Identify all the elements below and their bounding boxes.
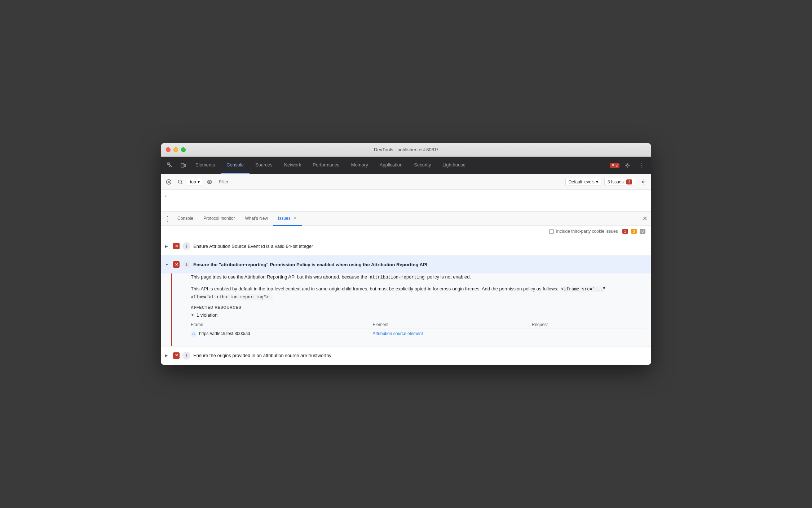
col-element: Element (372, 321, 531, 329)
tab-console[interactable]: Console (221, 157, 250, 174)
error-icon-1: ✕ (173, 243, 180, 249)
tab-security[interactable]: Security (408, 157, 437, 174)
count-badge-2: 1 (182, 260, 190, 268)
svg-rect-2 (184, 164, 186, 167)
svg-rect-1 (181, 164, 184, 167)
tab-whats-new[interactable]: What's New (240, 211, 273, 226)
fullscreen-button[interactable] (181, 147, 186, 152)
violation-arrow: ▼ (191, 313, 194, 317)
tab-network[interactable]: Network (278, 157, 307, 174)
error-badge: 3 (622, 229, 628, 234)
context-selector[interactable]: top ▾ (187, 178, 203, 186)
error-icon-3: ✕ (173, 352, 180, 359)
issues-options-bar: Include third-party cookie issues 3 0 0 (161, 226, 651, 237)
request-cell (532, 329, 645, 339)
issue-row-2: ▼ ✕ 1 Ensure the "attribution-reporting"… (161, 255, 651, 347)
tab-performance[interactable]: Performance (307, 157, 345, 174)
issues-error-badge: 3 (626, 179, 632, 184)
col-frame: Frame (191, 321, 372, 329)
filter-icon[interactable] (175, 177, 185, 187)
expand-arrow-2: ▼ (165, 263, 170, 267)
tab-sources[interactable]: Sources (250, 157, 278, 174)
issue-header-3[interactable]: ▶ ✕ 1 Ensure the origins provided in an … (161, 347, 651, 365)
traffic-lights (166, 147, 186, 152)
info-badge: 0 (640, 229, 645, 234)
code-attribution-reporting: attribution-reporting (369, 275, 426, 280)
count-badge-3: 1 (182, 352, 190, 360)
window-title: DevTools - publisher.test:8081/ (374, 147, 438, 152)
issues-panel: Include third-party cookie issues 3 0 0 … (161, 226, 651, 365)
default-levels-button[interactable]: Default levels ▾ (565, 178, 601, 186)
clear-console-icon[interactable] (164, 177, 174, 187)
count-badge-1: 1 (182, 242, 190, 250)
issue-desc-2: This API is enabled by default in the to… (191, 285, 645, 300)
filter-input[interactable] (216, 178, 564, 186)
console-settings-icon[interactable] (638, 177, 648, 187)
resources-table: Frame Element Request ⊙ https://adtech.t… (191, 321, 645, 339)
close-button[interactable] (166, 147, 171, 152)
tab-issues-close[interactable]: ✕ (294, 216, 297, 220)
tab-elements[interactable]: Elements (190, 157, 221, 174)
issue-header-2[interactable]: ▼ ✕ 1 Ensure the "attribution-reporting"… (161, 255, 651, 273)
close-drawer-button[interactable]: ✕ (640, 214, 650, 224)
svg-point-7 (178, 180, 182, 183)
devtools-tabs-bar: Elements Console Sources Network Perform… (161, 157, 651, 174)
titlebar: DevTools - publisher.test:8081/ (161, 143, 651, 157)
error-icon-2: ✕ (173, 261, 180, 268)
info-count: 0 (640, 229, 645, 234)
console-toolbar-right: Default levels ▾ 3 Issues: 3 (565, 177, 648, 187)
violation-header[interactable]: ▼ 1 violation (191, 312, 645, 318)
affected-resources-title: AFFECTED RESOURCES (191, 305, 645, 309)
prompt-arrow: › (165, 193, 167, 198)
element-cell: Attribution source element (372, 329, 531, 339)
svg-point-3 (627, 164, 628, 166)
issue-desc-1: This page tries to use the Attribution R… (191, 273, 645, 281)
issue-title-1: Ensure Attribution Source Event Id is a … (193, 244, 313, 249)
third-party-checkbox-label[interactable]: Include third-party cookie issues (549, 229, 618, 234)
device-toolbar-icon[interactable] (177, 159, 190, 172)
issue-header-1[interactable]: ▶ ✕ 1 Ensure Attribution Source Event Id… (161, 237, 651, 255)
error-count: 3 (622, 229, 628, 234)
table-row: ⊙ https://adtech.test:3000/ad Attributio… (191, 329, 645, 339)
frame-icon: ⊙ (191, 331, 197, 337)
svg-point-9 (209, 181, 210, 183)
issues-badge[interactable]: ✕ 3 (610, 163, 619, 168)
expand-arrow-1: ▶ (165, 244, 170, 248)
dropdown-arrow: ▾ (198, 179, 200, 184)
tabs-right-actions: ✕ 3 ⋮ (610, 159, 648, 172)
devtools-window: DevTools - publisher.test:8081/ Elements… (161, 143, 651, 365)
issue-title-2: Ensure the "attribution-reporting" Permi… (193, 262, 427, 267)
issue-row-3: ▶ ✕ 1 Ensure the origins provided in an … (161, 347, 651, 365)
svg-point-10 (643, 181, 644, 183)
issue-body-2: This page tries to use the Attribution R… (171, 273, 651, 346)
frame-cell: ⊙ https://adtech.test:3000/ad (191, 329, 372, 339)
tab-issues[interactable]: Issues ✕ (273, 211, 302, 226)
tab-lighthouse[interactable]: Lighthouse (437, 157, 471, 174)
warning-count: 0 (631, 229, 637, 234)
issue-row-1: ▶ ✕ 1 Ensure Attribution Source Event Id… (161, 237, 651, 255)
col-request: Request (532, 321, 645, 329)
attribution-source-link[interactable]: Attribution source element (372, 331, 423, 336)
issue-title-3: Ensure the origins provided in an attrib… (193, 353, 331, 358)
drawer-menu-icon[interactable]: ⋮ (162, 214, 172, 224)
bottom-tabs-bar: ⋮ Console Protocol monitor What's New Is… (161, 211, 651, 226)
third-party-checkbox[interactable] (549, 229, 554, 234)
warning-badge: 0 (631, 229, 637, 234)
svg-line-8 (181, 183, 183, 184)
tab-application[interactable]: Application (374, 157, 409, 174)
console-prompt: › (165, 193, 647, 198)
inspect-element-icon[interactable] (164, 159, 177, 172)
tab-protocol-monitor[interactable]: Protocol monitor (198, 211, 240, 226)
tab-memory[interactable]: Memory (345, 157, 374, 174)
minimize-button[interactable] (173, 147, 178, 152)
console-toolbar: top ▾ Default levels ▾ 3 Issues: 3 (161, 174, 651, 190)
more-options-icon[interactable]: ⋮ (635, 159, 648, 172)
issue-counts: 3 0 0 (622, 229, 645, 234)
dropdown-arrow-icon: ▾ (596, 179, 598, 184)
console-content: › (161, 190, 651, 211)
settings-icon[interactable] (621, 159, 634, 172)
tab-console-drawer[interactable]: Console (172, 211, 198, 226)
expand-arrow-3: ▶ (165, 353, 170, 357)
issues-count-button[interactable]: 3 Issues: 3 (604, 178, 635, 186)
eye-icon[interactable] (204, 177, 215, 187)
